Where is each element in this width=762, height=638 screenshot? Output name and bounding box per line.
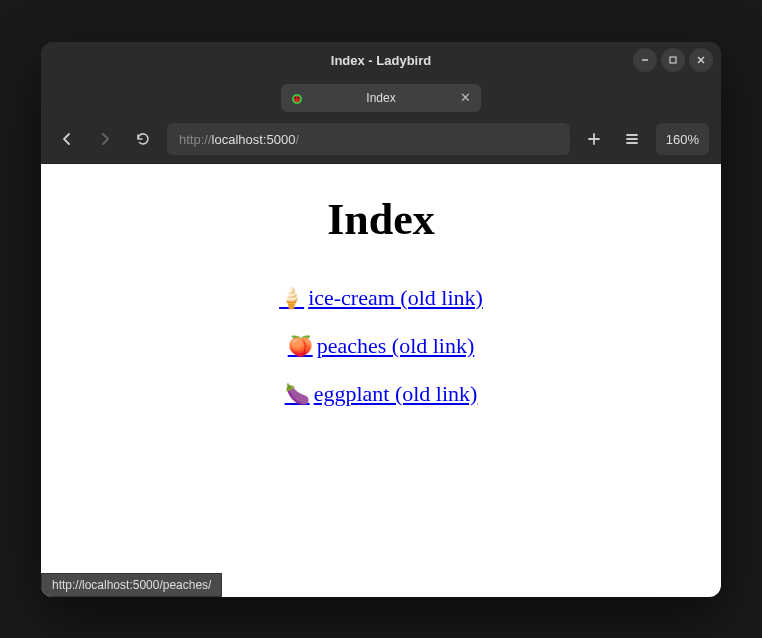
menu-button[interactable] — [618, 125, 646, 153]
window-controls — [633, 48, 713, 72]
close-button[interactable] — [689, 48, 713, 72]
link-text: eggplant (old link) — [314, 381, 478, 406]
maximize-button[interactable] — [661, 48, 685, 72]
link-text: ice-cream (old link) — [308, 285, 483, 310]
url-host: localhost:5000 — [212, 132, 296, 147]
tab-title: Index — [313, 91, 449, 105]
tabbar: Index ✕ — [41, 80, 721, 116]
svg-rect-1 — [670, 57, 676, 63]
link-peaches[interactable]: 🍑peaches (old link) — [288, 333, 475, 358]
peach-icon: 🍑 — [288, 335, 313, 357]
link-row: 🍆eggplant (old link) — [61, 381, 701, 407]
ladybird-favicon-icon — [289, 90, 305, 106]
status-url: http://localhost:5000/peaches/ — [52, 578, 211, 592]
viewport: Index 🍦ice-cream (old link) 🍑peaches (ol… — [41, 164, 721, 597]
link-eggplant[interactable]: 🍆eggplant (old link) — [285, 381, 478, 406]
eggplant-icon: 🍆 — [285, 383, 310, 405]
window-title: Index - Ladybird — [331, 53, 431, 68]
url-path: / — [295, 132, 299, 147]
svg-point-6 — [295, 97, 297, 99]
toolbar: http://localhost:5000/ 160% — [41, 116, 721, 164]
link-row: 🍦ice-cream (old link) — [61, 285, 701, 311]
zoom-level[interactable]: 160% — [656, 123, 709, 155]
url-input[interactable]: http://localhost:5000/ — [167, 123, 570, 155]
svg-point-5 — [294, 95, 300, 101]
forward-button[interactable] — [91, 125, 119, 153]
tab-close-icon[interactable]: ✕ — [457, 90, 473, 106]
new-tab-button[interactable] — [580, 125, 608, 153]
page-heading: Index — [61, 194, 701, 245]
status-bar: http://localhost:5000/peaches/ — [41, 573, 222, 597]
back-button[interactable] — [53, 125, 81, 153]
minimize-button[interactable] — [633, 48, 657, 72]
svg-point-7 — [298, 97, 300, 99]
titlebar: Index - Ladybird — [41, 42, 721, 80]
link-row: 🍑peaches (old link) — [61, 333, 701, 359]
link-text: peaches (old link) — [317, 333, 475, 358]
ice-cream-icon: 🍦 — [279, 287, 304, 309]
browser-window: Index - Ladybird Index — [41, 42, 721, 597]
url-scheme: http:// — [179, 132, 212, 147]
reload-button[interactable] — [129, 125, 157, 153]
link-ice-cream[interactable]: 🍦ice-cream (old link) — [279, 285, 483, 310]
tab[interactable]: Index ✕ — [281, 84, 481, 112]
